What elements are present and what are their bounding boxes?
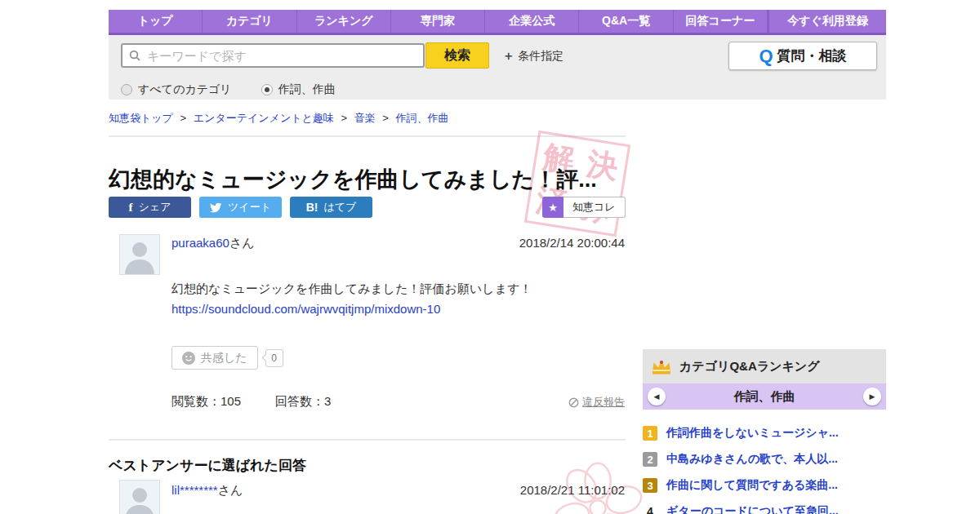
rank-4-badge: 4 [643,504,657,514]
sympathize-button[interactable]: 共感した [172,346,258,370]
next-category-button[interactable]: ▶ [863,388,881,405]
question-stats: 閲覧数：105 回答数：3 [172,394,331,410]
rank-3-badge: 3 [643,478,657,493]
answer-datetime: 2018/2/21 11:01:02 [520,483,625,497]
ranking-category-label: 作詞、作曲 [734,389,795,405]
ranking-item-1[interactable]: 1 作詞作曲をしないミュージシャ... [643,420,886,446]
top-navigation: トップ カテゴリ ランキング 専門家 企業公式 Q&A一覧 回答コーナー 今すぐ… [109,10,886,35]
search-box [121,43,425,68]
nav-item-official[interactable]: 企業公式 [485,10,579,33]
ranking-item-4[interactable]: 4 ギターのコードについて至急回... [643,498,886,514]
radio-selected-icon [261,84,273,95]
breadcrumb-entertainment[interactable]: エンターテインメントと趣味 [194,112,334,124]
nav-item-register[interactable]: 今すぐ利用登録 [768,10,886,33]
search-input[interactable] [145,48,423,64]
nav-item-category[interactable]: カテゴリ [203,10,296,33]
no-entry-icon [568,397,579,408]
search-band: 検索 ＋条件指定 Q 質問・相談 すべてのカテゴリ 作詞、作曲 [109,35,886,100]
facebook-icon: f [129,201,133,215]
ranking-list: 1 作詞作曲をしないミュージシャ... 2 中島みゆきさんの歌で、本人以... … [643,410,886,514]
sympathy-count: 0 [265,349,283,367]
smiley-icon [182,352,195,365]
prev-category-button[interactable]: ◀ [648,388,666,405]
nav-item-ranking[interactable]: ランキング [297,10,391,33]
category-scope-radios: すべてのカテゴリ 作詞、作曲 [121,82,336,97]
report-violation-link[interactable]: 違反報告 [568,395,625,410]
hatena-bookmark-button[interactable]: B! はてブ [290,197,372,218]
question-text: 幻想的なミュージックを作曲してみました！評価お願いします！ [172,278,532,299]
answerer-name: lil********さん [172,483,243,498]
radio-unselected-icon [121,84,132,95]
radio-all-categories[interactable]: すべてのカテゴリ [121,82,232,97]
star-icon: ★ [542,197,564,218]
twitter-bird-icon [210,202,222,213]
view-count: 閲覧数：105 [172,394,241,410]
soundcloud-link[interactable]: https://soundcloud.com/wajrwvqitjmp/mixd… [172,302,440,316]
questioner-name: puraaka60さん [172,236,255,251]
advanced-search-link[interactable]: ＋条件指定 [502,48,564,64]
ranking-item-3[interactable]: 3 作曲に関して質問ですある楽曲... [643,472,886,498]
q-icon: Q [759,46,773,67]
breadcrumb-separator: > [382,112,389,124]
crown-icon [651,357,672,375]
default-user-icon [120,235,159,274]
breadcrumb-separator: > [341,112,347,124]
share-buttons: f シェア ツイート B! はてブ [109,197,372,218]
ask-question-button[interactable]: Q 質問・相談 [728,42,877,70]
plus-icon: ＋ [502,48,514,62]
chiebukuro-question-page: トップ カテゴリ ランキング 専門家 企業公式 Q&A一覧 回答コーナー 今すぐ… [0,0,980,514]
chie-collection-button[interactable]: ★ 知恵コレ [542,197,626,218]
ranking-category-bar: ◀ 作詞、作曲 ▶ [643,383,886,410]
sympathy-row: 共感した 0 [172,346,283,370]
divider [109,439,626,441]
radio-current-category[interactable]: 作詞、作曲 [261,82,336,97]
hatena-icon: B! [306,201,318,214]
ranking-item-2[interactable]: 2 中島みゆきさんの歌で、本人以... [643,446,886,472]
rank-1-badge: 1 [643,426,657,441]
rank-2-badge: 2 [643,452,657,467]
answerer-name-link[interactable]: lil******** [172,483,218,497]
question-title: 幻想的なミュージックを作曲してみました！評... [109,165,638,194]
breadcrumb: 知恵袋トップ > エンターテインメントと趣味 > 音楽 > 作詞、作曲 [109,111,449,126]
search-button[interactable]: 検索 [425,42,489,69]
category-ranking-sidebar: カテゴリQ&Aランキング ◀ 作詞、作曲 ▶ 1 作詞作曲をしないミュージシャ.… [643,349,886,514]
breadcrumb-separator: > [180,112,187,124]
facebook-share-button[interactable]: f シェア [109,197,191,218]
question-body: 幻想的なミュージックを作曲してみました！評価お願いします！ https://so… [172,278,532,319]
breadcrumb-songwriting[interactable]: 作詞、作曲 [396,112,449,124]
default-user-icon [120,481,159,514]
nav-item-qa-list[interactable]: Q&A一覧 [579,10,673,33]
questioner-name-link[interactable]: puraaka60 [172,236,229,250]
question-datetime: 2018/2/14 20:00:44 [519,236,625,250]
search-icon [129,50,140,61]
twitter-share-button[interactable]: ツイート [199,197,282,218]
nav-item-experts[interactable]: 専門家 [391,10,485,33]
nav-item-answer-corner[interactable]: 回答コーナー [674,10,768,33]
breadcrumb-music[interactable]: 音楽 [354,112,376,124]
breadcrumb-home[interactable]: 知恵袋トップ [109,112,173,124]
answer-count: 回答数：3 [275,394,331,410]
ranking-header: カテゴリQ&Aランキング [643,349,886,383]
answerer-avatar[interactable] [119,480,160,514]
nav-item-top[interactable]: トップ [109,10,203,33]
questioner-avatar[interactable] [119,234,160,275]
best-answer-heading: ベストアンサーに選ばれた回答 [109,456,306,475]
